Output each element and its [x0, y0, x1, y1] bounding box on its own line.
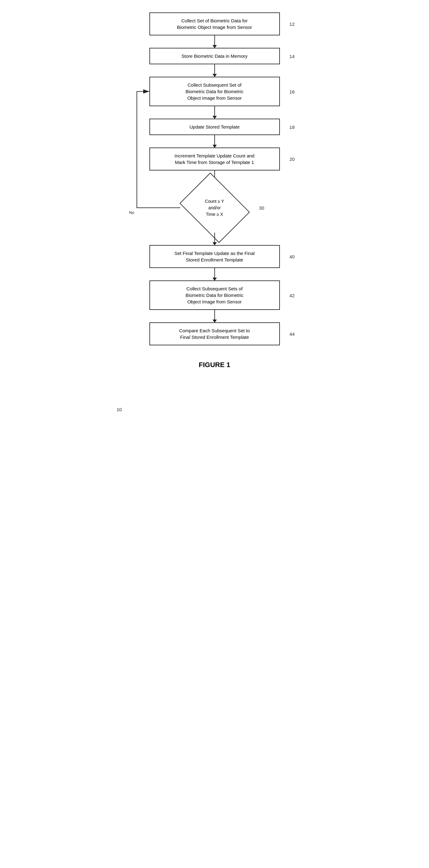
- box-20: Increment Template Update Count andMark …: [149, 148, 280, 170]
- figure-ref-10: 10: [117, 407, 122, 412]
- box-16: Collect Subsequent Set ofBiometric Data …: [149, 77, 280, 106]
- ref-16: 16: [289, 88, 295, 95]
- arrow-3: [214, 106, 215, 119]
- box-16-text: Collect Subsequent Set ofBiometric Data …: [185, 82, 244, 101]
- ref-42: 42: [289, 292, 295, 299]
- arrow-6: [214, 232, 215, 245]
- box-40: Set Final Template Update as the FinalSt…: [149, 245, 280, 268]
- box-20-text: Increment Template Update Count andMark …: [175, 153, 254, 165]
- arrow-4: [214, 135, 215, 148]
- box-44: Compare Each Subsequent Set toFinal Stor…: [149, 322, 280, 345]
- ref-14: 14: [289, 53, 295, 59]
- box-18: Update Stored Template 18: [149, 119, 280, 135]
- box-18-text: Update Stored Template: [189, 124, 240, 129]
- diamond-30: Count ≥ Yand/orTime ≥ X: [181, 183, 249, 232]
- flowchart: Collect Set of Biometric Data forBiometr…: [114, 12, 316, 369]
- arrow-2: [214, 64, 215, 77]
- arrow-8: [214, 310, 215, 322]
- box-14-text: Store Biometric Data in Memory: [181, 54, 248, 59]
- figure-label: FIGURE 1: [199, 361, 230, 369]
- box-42: Collect Subsequent Sets ofBiometric Data…: [149, 280, 280, 310]
- ref-18: 18: [289, 124, 295, 130]
- ref-20: 20: [289, 156, 295, 162]
- arrow-7: [214, 268, 215, 280]
- page: Collect Set of Biometric Data forBiometr…: [108, 0, 322, 388]
- box-44-text: Compare Each Subsequent Set toFinal Stor…: [179, 328, 250, 340]
- box-14: Store Biometric Data in Memory 14: [149, 48, 280, 64]
- diamond-30-text: Count ≥ Yand/orTime ≥ X: [205, 198, 224, 218]
- arrow-1: [214, 35, 215, 48]
- ref-40: 40: [289, 253, 295, 260]
- box-12-text: Collect Set of Biometric Data forBiometr…: [177, 18, 252, 30]
- ref-30: 30: [259, 205, 264, 211]
- box-40-text: Set Final Template Update as the FinalSt…: [174, 251, 254, 262]
- ref-44: 44: [289, 331, 295, 337]
- box-12: Collect Set of Biometric Data forBiometr…: [149, 12, 280, 35]
- ref-12: 12: [289, 21, 295, 27]
- box-42-text: Collect Subsequent Sets ofBiometric Data…: [185, 286, 244, 304]
